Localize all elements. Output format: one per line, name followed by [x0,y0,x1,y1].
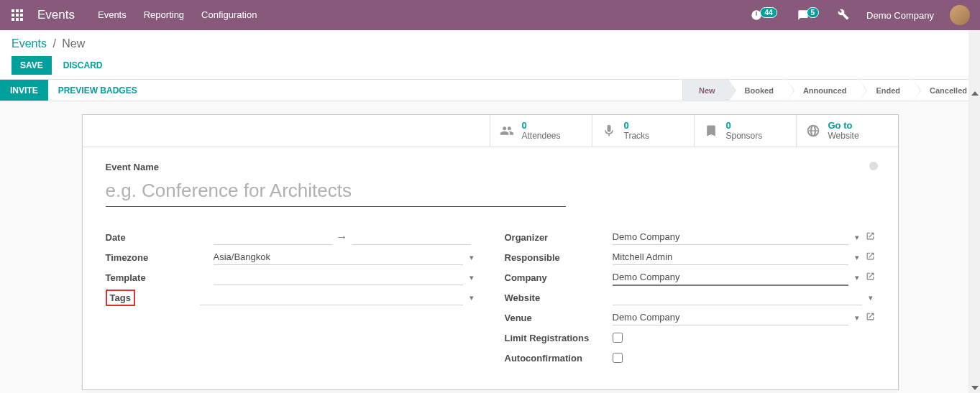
sheet-body: Event Name Date → Timezone [83,147,898,389]
bookmark-icon [703,124,719,138]
breadcrumb-current: New [62,37,85,50]
limit-registrations-label: Limit Registrations [505,333,613,343]
stat-website[interactable]: Go toWebsite [796,115,898,147]
timezone-input[interactable] [214,249,463,265]
nav-link-configuration[interactable]: Configuration [193,0,265,30]
activity-icon[interactable]: 44 [743,9,784,21]
chevron-down-icon[interactable]: ▾ [853,233,861,242]
dev-tools-icon[interactable] [832,9,855,22]
breadcrumb: Events / New [12,37,968,56]
form-container: 0Attendees 0Tracks 0Sponsors Go toWebsit… [0,101,980,390]
limit-registrations-checkbox[interactable] [613,333,623,343]
svg-rect-4 [16,14,19,17]
top-navbar: Events Events Reporting Configuration 44… [0,0,980,30]
date-end-input[interactable] [352,229,471,245]
save-button[interactable]: Save [12,56,52,75]
button-box: 0Attendees 0Tracks 0Sponsors Go toWebsit… [83,115,898,147]
stat-count: 0 [726,121,763,131]
tags-label: Tags [106,290,135,306]
svg-rect-0 [12,9,14,12]
breadcrumb-sep: / [50,37,58,50]
company-name[interactable]: Demo Company [861,10,940,21]
form-sheet: 0Attendees 0Tracks 0Sponsors Go toWebsit… [82,114,899,390]
apps-icon[interactable] [6,4,29,27]
chevron-down-icon[interactable]: ▾ [853,273,861,282]
nav-link-reporting[interactable]: Reporting [135,0,193,30]
stat-label: Sponsors [726,131,763,142]
event-name-label: Event Name [106,162,875,172]
right-column: Organizer ▾ Responsible ▾ [505,227,875,368]
users-icon [499,124,515,138]
stat-count: 0 [624,121,650,131]
stat-count: 0 [522,121,561,131]
user-avatar[interactable] [950,5,970,25]
stat-tracks[interactable]: 0Tracks [592,115,694,147]
kanban-state-dot[interactable] [869,162,878,170]
left-column: Date → Timezone ▾ [106,227,476,368]
organizer-input[interactable] [613,229,848,245]
scrollbar[interactable] [968,30,980,393]
scroll-up-icon[interactable] [971,91,979,96]
organizer-label: Organizer [505,232,613,243]
breadcrumb-root[interactable]: Events [12,37,47,50]
chevron-down-icon[interactable]: ▾ [866,293,875,302]
svg-rect-6 [12,18,14,21]
status-new[interactable]: New [682,80,728,101]
website-label: Website [505,292,613,303]
chevron-down-icon[interactable]: ▾ [467,253,476,262]
website-input[interactable] [613,290,862,305]
tags-input[interactable] [200,290,463,305]
activity-badge: 44 [760,7,777,18]
status-announced[interactable]: Announced [787,80,860,101]
external-link-icon[interactable] [866,231,875,243]
chevron-down-icon[interactable]: ▾ [467,273,476,282]
messages-icon[interactable]: 5 [790,9,827,21]
status-ended[interactable]: Ended [859,80,913,101]
chevron-down-icon[interactable]: ▾ [467,293,476,302]
stat-sponsors[interactable]: 0Sponsors [694,115,796,147]
svg-rect-5 [20,14,23,17]
event-name-input[interactable] [106,175,566,207]
timezone-label: Timezone [106,252,214,263]
scroll-down-icon[interactable] [971,386,979,390]
svg-rect-3 [12,14,14,17]
messages-badge: 5 [807,7,820,18]
stat-label: Attendees [522,131,561,142]
external-link-icon[interactable] [866,312,875,323]
autoconfirmation-label: Autoconfirmation [505,353,613,364]
chevron-down-icon[interactable]: ▾ [853,313,861,323]
arrow-right-icon: → [336,231,348,244]
discard-button[interactable]: Discard [56,56,110,75]
stat-attendees[interactable]: 0Attendees [490,115,592,147]
svg-rect-8 [20,18,23,21]
nav-link-events[interactable]: Events [89,0,135,30]
statusbar-row: Invite Preview Badges New Booked Announc… [0,80,980,101]
chevron-down-icon[interactable]: ▾ [853,253,861,262]
invite-button[interactable]: Invite [0,80,48,101]
preview-badges-button[interactable]: Preview Badges [48,80,147,101]
stat-count: Go to [828,121,859,131]
external-link-icon[interactable] [866,272,875,283]
company-label: Company [505,272,613,283]
company-input[interactable] [613,269,848,286]
date-start-input[interactable] [214,229,332,245]
globe-icon [805,124,821,138]
control-panel: Events / New Save Discard [0,30,980,80]
template-label: Template [106,272,214,283]
responsible-input[interactable] [613,249,848,265]
status-booked[interactable]: Booked [728,80,787,101]
template-input[interactable] [214,269,463,285]
venue-input[interactable] [613,310,848,325]
date-label: Date [106,232,214,243]
mic-icon [601,124,617,138]
app-brand[interactable]: Events [32,8,86,22]
svg-rect-1 [16,9,19,12]
svg-rect-7 [16,18,19,21]
venue-label: Venue [505,313,613,323]
stat-label: Tracks [624,131,650,142]
external-link-icon[interactable] [866,251,875,263]
autoconfirmation-checkbox[interactable] [613,353,623,363]
responsible-label: Responsible [505,252,613,263]
stat-label: Website [828,131,859,142]
svg-rect-2 [20,9,23,12]
